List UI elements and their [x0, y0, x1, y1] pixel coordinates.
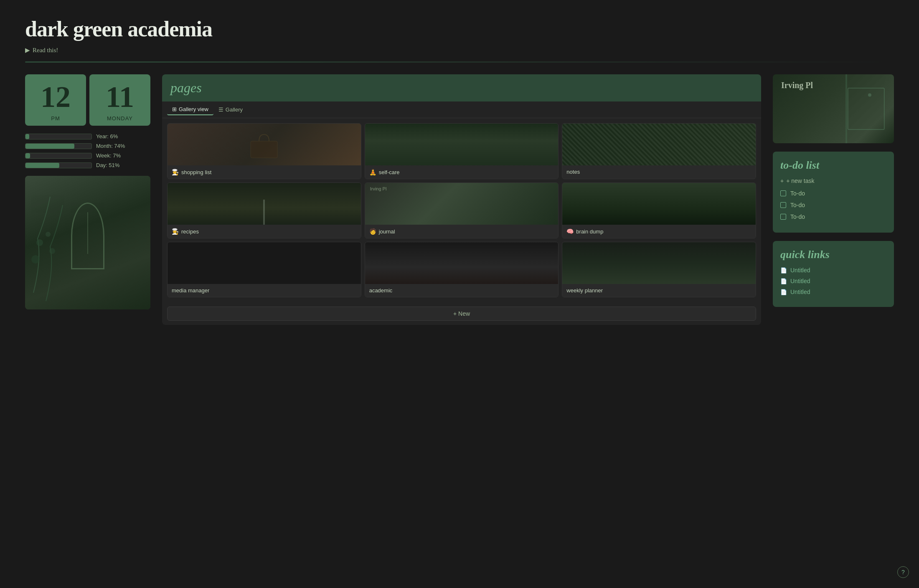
new-task-button[interactable]: + + new task [780, 177, 886, 184]
doc-icon-3: 📄 [780, 289, 787, 295]
canopy-decoration [562, 183, 756, 225]
recipes-label-text: recipes [181, 228, 199, 235]
recipes-icon: 🧑‍🍳 [172, 228, 179, 235]
quick-links-section: quick links 📄 Untitled 📄 Untitled 📄 Unti… [773, 241, 894, 307]
left-image-inner [25, 176, 150, 309]
card-media-img [168, 242, 361, 284]
quick-link-2[interactable]: 📄 Untitled [780, 278, 886, 284]
quick-link-1[interactable]: 📄 Untitled [780, 267, 886, 274]
card-braindump-label: 🧠 brain dump [562, 225, 756, 238]
week-label: Week: 7% [96, 152, 121, 159]
month-bar-bg [25, 143, 92, 149]
card-journal[interactable]: Irving Pl 🧑 journal [365, 182, 559, 238]
card-recipes-img [168, 183, 361, 225]
pages-grid-container: 🧑‍🍳 shopping list 🧘 self-care [162, 118, 761, 302]
shopping-decoration [187, 128, 341, 161]
card-notes-label: notes [562, 165, 756, 178]
braindump-icon: 🧠 [566, 228, 574, 235]
irving-svg-decoration [773, 74, 894, 143]
card-notes[interactable]: notes [562, 123, 756, 179]
clock-hour: 12 [41, 82, 71, 112]
pages-grid: 🧑‍🍳 shopping list 🧘 self-care [167, 123, 756, 297]
center-column: pages ⊞ Gallery view ☰ Gallery [162, 74, 761, 325]
todo-label-1: To-do [790, 190, 805, 197]
read-this-toggle[interactable]: ▶ Read this! [25, 46, 894, 54]
gallery-icon: ☰ [218, 106, 223, 113]
card-media-manager[interactable]: media manager [167, 242, 361, 297]
doc-icon-2: 📄 [780, 278, 787, 284]
card-notes-img [562, 124, 756, 165]
svg-point-7 [868, 94, 871, 97]
quick-link-label-1: Untitled [790, 267, 810, 274]
triangle-icon: ▶ [25, 46, 30, 54]
quick-link-label-2: Untitled [790, 278, 810, 284]
month-bar-fill [25, 144, 74, 149]
academic-label-text: academic [369, 287, 393, 294]
tab-gallery-view[interactable]: ⊞ Gallery view [167, 104, 213, 115]
todo-label-3: To-do [790, 213, 805, 220]
braindump-label-text: brain dump [576, 228, 603, 235]
left-column: 12 PM 11 MONDAY Year: 6% [25, 74, 150, 325]
card-shopping-list[interactable]: 🧑‍🍳 shopping list [167, 123, 361, 179]
quick-link-label-3: Untitled [790, 289, 810, 295]
card-shopping-img [168, 124, 361, 165]
gallery-view-label: Gallery view [179, 106, 208, 112]
card-self-care[interactable]: 🧘 self-care [365, 123, 559, 179]
todo-label-2: To-do [790, 202, 805, 208]
gallery-label: Gallery [226, 106, 243, 113]
svg-point-3 [49, 248, 55, 254]
selfcare-label-text: self-care [379, 169, 400, 175]
quick-links-title: quick links [780, 248, 886, 261]
progress-week: Week: 7% [25, 152, 150, 159]
year-bar-bg [25, 134, 92, 139]
svg-rect-6 [848, 88, 884, 129]
todo-item-3: To-do [780, 213, 886, 220]
card-weekly-img [562, 242, 756, 284]
card-braindump-img [562, 183, 756, 225]
new-page-button[interactable]: + New [167, 307, 756, 321]
divider [25, 61, 894, 63]
selfcare-icon: 🧘 [369, 169, 376, 175]
todo-checkbox-3[interactable] [780, 214, 786, 220]
page-title: dark green academia [25, 17, 894, 41]
new-button-row: + New [162, 302, 761, 325]
right-column: Irving Pl to-do list + + new task To-do [773, 74, 894, 325]
irving-image-inner: Irving Pl [773, 74, 894, 143]
notes-label-text: notes [566, 169, 580, 175]
shopping-icon: 🧑‍🍳 [172, 169, 179, 175]
year-bar-fill [25, 134, 29, 139]
todo-checkbox-1[interactable] [780, 190, 786, 196]
card-selfcare-img [365, 124, 559, 165]
card-academic-label: academic [365, 284, 559, 297]
quick-link-3[interactable]: 📄 Untitled [780, 289, 886, 295]
progress-day: Day: 51% [25, 162, 150, 168]
week-bar-bg [25, 153, 92, 159]
irving-image: Irving Pl [773, 74, 894, 143]
help-label: ? [901, 569, 905, 575]
main-grid: 12 PM 11 MONDAY Year: 6% [25, 74, 894, 325]
tab-gallery[interactable]: ☰ Gallery [213, 104, 248, 115]
card-brain-dump[interactable]: 🧠 brain dump [562, 182, 756, 238]
card-shopping-label: 🧑‍🍳 shopping list [168, 165, 361, 179]
help-button[interactable]: ? [897, 566, 909, 578]
card-weekly-planner[interactable]: weekly planner [562, 242, 756, 297]
svg-point-2 [31, 255, 40, 264]
card-recipes-label: 🧑‍🍳 recipes [168, 225, 361, 238]
ivy-decoration [25, 176, 150, 309]
view-tabs-bar: ⊞ Gallery view ☰ Gallery [162, 101, 761, 118]
week-bar-fill [25, 153, 30, 158]
card-media-label: media manager [168, 284, 361, 297]
card-recipes[interactable]: 🧑‍🍳 recipes [167, 182, 361, 238]
card-selfcare-label: 🧘 self-care [365, 165, 559, 179]
media-label-text: media manager [172, 287, 209, 294]
progress-section: Year: 6% Month: 74% Week: 7% [25, 133, 150, 168]
todo-checkbox-2[interactable] [780, 202, 786, 208]
todo-title: to-do list [780, 159, 886, 172]
card-academic[interactable]: academic [365, 242, 559, 297]
card-weekly-label: weekly planner [562, 284, 756, 297]
day-label: Day: 51% [96, 162, 119, 168]
clock-minute-box: 11 MONDAY [89, 74, 150, 126]
left-decorative-image [25, 176, 150, 309]
weekly-bg [562, 242, 756, 284]
snake-decoration [562, 124, 756, 165]
